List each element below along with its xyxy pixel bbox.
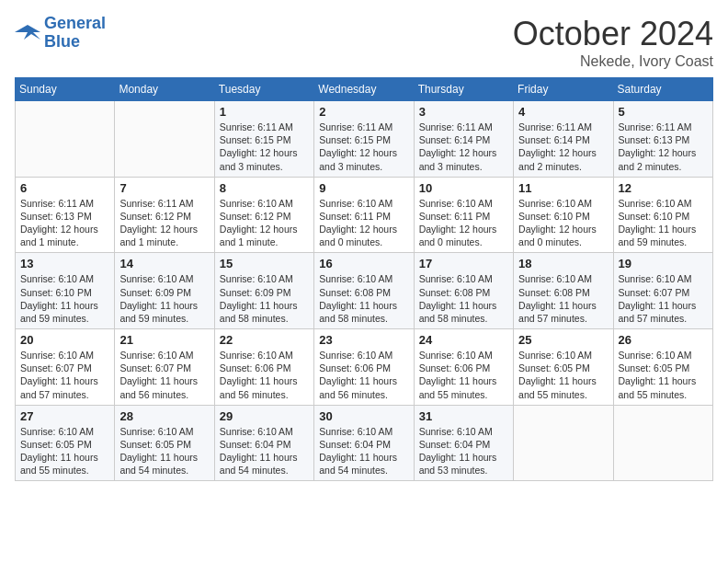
week-row-0: 1Sunrise: 6:11 AMSunset: 6:15 PMDaylight… <box>16 101 713 178</box>
cell-info-line: Sunrise: 6:10 AM <box>20 349 109 362</box>
cell-info-line: Sunset: 6:14 PM <box>518 133 608 146</box>
cell-info-line: Sunset: 6:07 PM <box>619 286 708 299</box>
cell-info-line: and 55 minutes. <box>419 388 508 401</box>
day-number: 5 <box>619 105 708 119</box>
day-number: 26 <box>619 333 708 347</box>
cell-info-line: Sunset: 6:05 PM <box>20 438 109 451</box>
cell-info-line: Sunset: 6:11 PM <box>419 210 508 223</box>
cell-info-line: Sunrise: 6:10 AM <box>119 349 209 362</box>
day-number: 19 <box>619 257 708 270</box>
day-number: 24 <box>419 333 508 347</box>
cell-info-line: Sunrise: 6:10 AM <box>319 349 408 362</box>
day-number: 29 <box>220 409 309 423</box>
day-number: 22 <box>220 333 309 347</box>
cell-info-line: Sunset: 6:09 PM <box>220 286 309 299</box>
cell-info-line: and 58 minutes. <box>419 312 508 325</box>
calendar-cell: 20Sunrise: 6:10 AMSunset: 6:07 PMDayligh… <box>16 329 115 406</box>
cell-info-line: Sunrise: 6:11 AM <box>619 121 708 133</box>
cell-info-line: Daylight: 11 hours <box>119 451 209 464</box>
weekday-header-friday: Friday <box>514 78 613 101</box>
calendar-cell: 25Sunrise: 6:10 AMSunset: 6:05 PMDayligh… <box>514 329 613 406</box>
cell-info-line: and 3 minutes. <box>319 160 408 173</box>
cell-info-line: Daylight: 11 hours <box>419 451 508 464</box>
cell-info-line: Sunset: 6:04 PM <box>419 438 508 451</box>
day-number: 16 <box>319 257 408 270</box>
day-number: 28 <box>119 409 209 423</box>
cell-info-line: Sunset: 6:06 PM <box>220 362 309 374</box>
cell-info-line: Sunrise: 6:10 AM <box>619 272 708 285</box>
cell-info-line: and 55 minutes. <box>619 388 708 401</box>
calendar-cell: 9Sunrise: 6:10 AMSunset: 6:11 PMDaylight… <box>314 177 414 253</box>
month-title: October 2024 <box>513 15 713 53</box>
cell-info-line: and 55 minutes. <box>20 464 109 477</box>
weekday-header-row: SundayMondayTuesdayWednesdayThursdayFrid… <box>16 78 713 101</box>
cell-info-line: Sunset: 6:07 PM <box>119 362 209 374</box>
weekday-header-tuesday: Tuesday <box>214 78 313 101</box>
cell-info-line: Sunset: 6:12 PM <box>119 210 209 223</box>
day-number: 1 <box>220 105 309 119</box>
cell-info-line: Sunrise: 6:10 AM <box>319 272 408 285</box>
cell-info-line: and 57 minutes. <box>619 312 708 325</box>
calendar-cell: 23Sunrise: 6:10 AMSunset: 6:06 PMDayligh… <box>314 329 414 406</box>
calendar-cell: 4Sunrise: 6:11 AMSunset: 6:14 PMDaylight… <box>514 101 613 178</box>
calendar-cell: 15Sunrise: 6:10 AMSunset: 6:09 PMDayligh… <box>214 253 313 329</box>
calendar-cell: 26Sunrise: 6:10 AMSunset: 6:05 PMDayligh… <box>613 329 712 406</box>
cell-info-line: and 1 minute. <box>119 236 209 248</box>
day-number: 21 <box>119 333 209 347</box>
cell-info-line: Sunset: 6:10 PM <box>619 210 708 223</box>
calendar-cell: 19Sunrise: 6:10 AMSunset: 6:07 PMDayligh… <box>613 253 712 329</box>
week-row-1: 6Sunrise: 6:11 AMSunset: 6:13 PMDaylight… <box>16 177 713 253</box>
cell-info-line: Sunset: 6:07 PM <box>20 362 109 374</box>
calendar-cell: 28Sunrise: 6:10 AMSunset: 6:05 PMDayligh… <box>115 405 214 481</box>
cell-info-line: Sunset: 6:08 PM <box>319 286 408 299</box>
day-number: 3 <box>419 105 508 119</box>
calendar-cell: 14Sunrise: 6:10 AMSunset: 6:09 PMDayligh… <box>115 253 214 329</box>
day-number: 23 <box>319 333 408 347</box>
cell-info-line: Daylight: 12 hours <box>419 146 508 159</box>
cell-info-line: Daylight: 11 hours <box>419 299 508 312</box>
cell-info-line: and 54 minutes. <box>220 464 309 477</box>
cell-info-line: and 59 minutes. <box>20 312 109 325</box>
cell-info-line: Sunrise: 6:11 AM <box>518 121 608 133</box>
svg-marker-0 <box>15 25 40 40</box>
cell-info-line: Sunrise: 6:10 AM <box>319 425 408 438</box>
day-number: 25 <box>518 333 608 347</box>
cell-info-line: Sunrise: 6:11 AM <box>220 121 309 133</box>
cell-info-line: Sunset: 6:06 PM <box>319 362 408 374</box>
cell-info-line: Sunrise: 6:10 AM <box>518 272 608 285</box>
day-number: 17 <box>419 257 508 270</box>
cell-info-line: Daylight: 12 hours <box>20 223 109 236</box>
cell-info-line: and 55 minutes. <box>518 388 608 401</box>
cell-info-line: Sunrise: 6:10 AM <box>220 272 309 285</box>
weekday-header-saturday: Saturday <box>613 78 712 101</box>
calendar-cell: 21Sunrise: 6:10 AMSunset: 6:07 PMDayligh… <box>115 329 214 406</box>
calendar-cell: 24Sunrise: 6:10 AMSunset: 6:06 PMDayligh… <box>414 329 513 406</box>
cell-info-line: Sunset: 6:06 PM <box>419 362 508 374</box>
calendar-cell: 13Sunrise: 6:10 AMSunset: 6:10 PMDayligh… <box>16 253 115 329</box>
cell-info-line: Daylight: 11 hours <box>220 374 309 387</box>
weekday-header-wednesday: Wednesday <box>314 78 414 101</box>
cell-info-line: Sunrise: 6:10 AM <box>220 197 309 210</box>
cell-info-line: Daylight: 11 hours <box>619 299 708 312</box>
cell-info-line: Daylight: 12 hours <box>319 223 408 236</box>
calendar-cell: 17Sunrise: 6:10 AMSunset: 6:08 PMDayligh… <box>414 253 513 329</box>
cell-info-line: and 59 minutes. <box>619 236 708 248</box>
weekday-header-sunday: Sunday <box>16 78 115 101</box>
day-number: 14 <box>119 257 209 270</box>
cell-info-line: and 58 minutes. <box>319 312 408 325</box>
day-number: 9 <box>319 181 408 195</box>
cell-info-line: Sunset: 6:08 PM <box>518 286 608 299</box>
cell-info-line: and 2 minutes. <box>619 160 708 173</box>
cell-info-line: Sunrise: 6:10 AM <box>419 197 508 210</box>
cell-info-line: Sunrise: 6:10 AM <box>518 349 608 362</box>
day-number: 2 <box>319 105 408 119</box>
cell-info-line: Daylight: 11 hours <box>319 299 408 312</box>
calendar-cell: 11Sunrise: 6:10 AMSunset: 6:10 PMDayligh… <box>514 177 613 253</box>
cell-info-line: Daylight: 11 hours <box>319 451 408 464</box>
logo-icon <box>15 23 40 43</box>
cell-info-line: and 1 minute. <box>220 236 309 248</box>
cell-info-line: Sunset: 6:15 PM <box>220 133 309 146</box>
cell-info-line: Daylight: 11 hours <box>119 374 209 387</box>
calendar-cell: 16Sunrise: 6:10 AMSunset: 6:08 PMDayligh… <box>314 253 414 329</box>
cell-info-line: and 0 minutes. <box>319 236 408 248</box>
